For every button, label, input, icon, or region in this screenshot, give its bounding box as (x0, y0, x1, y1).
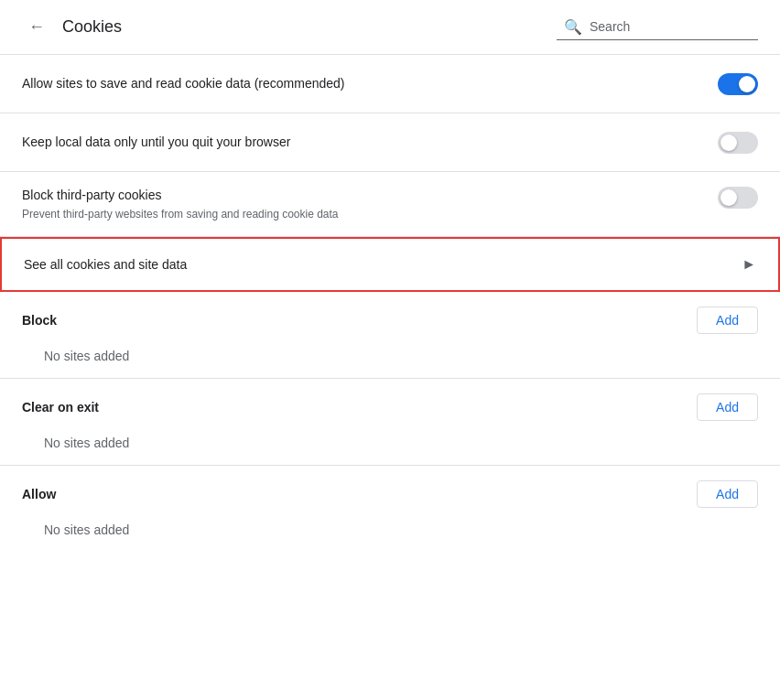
see-all-cookies-row[interactable]: See all cookies and site data ► (0, 237, 780, 292)
block-third-party-label: Block third-party cookies (22, 187, 718, 205)
keep-local-row: Keep local data only until you quit your… (0, 113, 780, 172)
allow-sites-row: Allow sites to save and read cookie data… (0, 55, 780, 113)
chevron-right-icon: ► (742, 256, 756, 273)
search-icon: 🔍 (564, 18, 582, 36)
keep-local-toggle[interactable] (718, 132, 758, 154)
clear-on-exit-empty-label: No sites added (0, 428, 780, 465)
block-third-party-sublabel: Prevent third-party websites from saving… (22, 207, 718, 222)
header: ← Cookies 🔍 (0, 0, 780, 55)
keep-local-toggle-slider (718, 132, 758, 154)
page-title: Cookies (62, 17, 557, 37)
block-add-button[interactable]: Add (697, 307, 758, 334)
block-empty-label: No sites added (0, 341, 780, 378)
clear-on-exit-section-header: Clear on exit Add (0, 379, 780, 428)
clear-on-exit-add-button[interactable]: Add (697, 393, 758, 421)
back-button[interactable]: ← (22, 13, 51, 42)
block-third-party-labels: Block third-party cookies Prevent third-… (22, 187, 718, 221)
search-input[interactable] (590, 19, 751, 34)
back-arrow-icon: ← (28, 17, 45, 37)
allow-sites-toggle[interactable] (718, 73, 758, 95)
block-section-title: Block (22, 313, 697, 328)
block-third-party-row: Block third-party cookies Prevent third-… (0, 172, 780, 237)
block-section-header: Block Add (0, 292, 780, 341)
allow-section-title: Allow (22, 487, 697, 501)
keep-local-label: Keep local data only until you quit your… (22, 134, 718, 152)
allow-sites-label: Allow sites to save and read cookie data… (22, 75, 718, 93)
settings-content: Allow sites to save and read cookie data… (0, 55, 780, 552)
clear-on-exit-section-title: Clear on exit (22, 400, 697, 415)
block-third-party-toggle[interactable] (718, 187, 758, 209)
block-third-party-toggle-slider (718, 187, 758, 209)
allow-section-header: Allow Add (0, 466, 780, 515)
search-container: 🔍 (557, 15, 758, 40)
allow-empty-label: No sites added (0, 515, 780, 552)
allow-sites-toggle-slider (718, 73, 758, 95)
allow-add-button[interactable]: Add (697, 480, 758, 508)
see-all-cookies-label: See all cookies and site data (24, 257, 742, 272)
